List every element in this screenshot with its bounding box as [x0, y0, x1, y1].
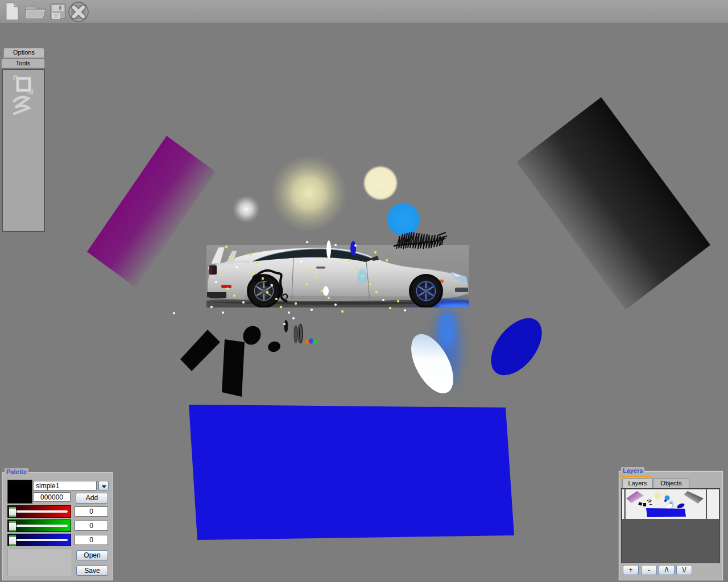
purple-gradient-rect [87, 136, 216, 288]
front-wheel [409, 274, 443, 308]
save-palette-button[interactable]: Save [76, 566, 108, 576]
yellow-glow-circle [270, 155, 348, 232]
colored-dots [305, 339, 318, 344]
tool-panel [2, 69, 45, 232]
toolbar [0, 0, 728, 23]
layer-row-thumbnail[interactable] [622, 489, 719, 519]
blue-slider-track [15, 539, 68, 541]
rear-wheel [247, 274, 281, 308]
save-icon[interactable] [49, 3, 67, 22]
chevron-down-icon [102, 485, 106, 488]
red-slider-handle[interactable] [9, 506, 16, 518]
green-value-input[interactable] [75, 521, 108, 531]
palette-swatch-area[interactable] [7, 548, 72, 576]
palette-select[interactable]: simple1 [33, 481, 97, 490]
white-door-ellipse [323, 286, 329, 296]
green-slider[interactable] [7, 519, 71, 532]
palette-select-dropdown-button[interactable] [98, 481, 109, 490]
open-folder-icon[interactable] [24, 3, 47, 23]
hex-color-input[interactable] [33, 492, 71, 502]
car-image [205, 245, 478, 309]
new-file-icon[interactable] [4, 2, 21, 23]
tab-options[interactable]: Options [3, 48, 44, 58]
remove-layer-button[interactable]: - [641, 565, 657, 575]
blue-circle [386, 202, 420, 236]
black-shapes [180, 320, 303, 397]
layers-title-underline [619, 476, 652, 477]
palette-panel: Palette simple1 Add Open Save [2, 472, 113, 581]
red-slider-track [15, 510, 68, 513]
open-palette-button[interactable]: Open [76, 550, 108, 560]
add-layer-button[interactable]: + [623, 565, 639, 575]
black-gradient-rect [516, 97, 710, 310]
blue-slider[interactable] [7, 534, 71, 546]
blue-rectangle [189, 405, 514, 540]
polyline-tool-icon[interactable] [11, 94, 36, 119]
cream-circle [363, 165, 398, 201]
move-layer-down-button[interactable]: \/ [676, 565, 692, 575]
red-slider[interactable] [7, 505, 71, 518]
layers-panel-title: Layers [621, 467, 644, 474]
blue-vertical-ellipse [350, 241, 356, 256]
tab-tools[interactable]: Tools [1, 59, 45, 68]
blue-slider-handle[interactable] [9, 535, 16, 546]
palette-panel-title: Palette [5, 468, 28, 475]
layer-list[interactable] [621, 488, 720, 563]
layers-panel: Layers Layers Objects [618, 471, 723, 581]
tab-objects[interactable]: Objects [653, 478, 689, 489]
white-glow-circle [233, 196, 260, 223]
red-value-input[interactable] [75, 506, 108, 517]
current-color-swatch[interactable] [7, 480, 32, 504]
blue-value-input[interactable] [75, 535, 108, 545]
close-icon[interactable] [68, 1, 89, 25]
green-slider-track [15, 525, 68, 527]
layer-thumbnail [622, 489, 719, 519]
dark-blue-rotated-ellipse [481, 309, 552, 384]
green-slider-handle[interactable] [9, 521, 16, 532]
add-color-button[interactable]: Add [76, 493, 108, 504]
paint-app-window: { "toolbar": { "icons": [ {"name": "new-… [0, 0, 728, 582]
move-layer-up-button[interactable]: /\ [659, 565, 675, 575]
white-vertical-ellipse [326, 240, 331, 259]
tab-layers[interactable]: Layers [622, 478, 653, 489]
